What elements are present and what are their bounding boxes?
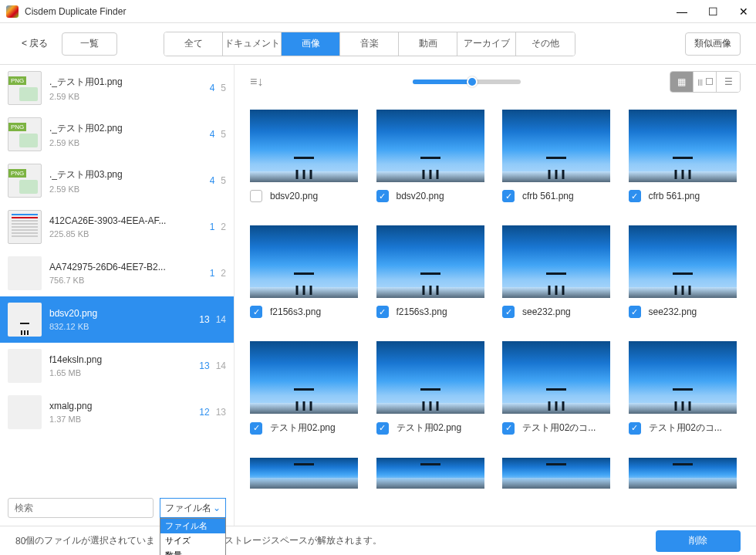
- file-item[interactable]: 412CA26E-3903-4EEA-AF...225.85 KB12: [0, 204, 234, 250]
- view-list-button[interactable]: ☰: [717, 72, 740, 92]
- file-count-selected: 13: [199, 314, 209, 325]
- select-checkbox[interactable]: ✓: [250, 422, 262, 435]
- thumbnail-image[interactable]: [376, 341, 484, 414]
- thumbnail-image[interactable]: [376, 458, 484, 489]
- view-columns-button[interactable]: ⫼☐: [694, 72, 717, 92]
- file-size: 2.59 KB: [49, 184, 202, 194]
- file-item[interactable]: bdsv20.png832.12 KB1314: [0, 296, 234, 343]
- file-size: 225.85 KB: [49, 229, 202, 239]
- tab-5[interactable]: アーカイブ: [457, 32, 516, 56]
- grid-cell: ✓f2156s3.png: [250, 225, 363, 318]
- sort-option[interactable]: ファイル名: [160, 519, 225, 533]
- thumbnail-image[interactable]: [376, 110, 484, 182]
- similar-images-button[interactable]: 類似画像: [685, 32, 741, 56]
- file-count-selected: 12: [199, 407, 209, 418]
- thumbnail-image[interactable]: [502, 458, 610, 489]
- select-checkbox[interactable]: ✓: [250, 306, 262, 318]
- select-checkbox[interactable]: ✓: [376, 422, 389, 435]
- sort-select[interactable]: ファイル名 ⌄: [160, 498, 226, 518]
- file-size: 756.7 KB: [49, 276, 202, 285]
- zoom-slider-handle[interactable]: [467, 76, 478, 87]
- thumbnail-name: テスト用02.png: [270, 421, 336, 435]
- select-checkbox[interactable]: ✓: [629, 190, 641, 202]
- delete-button[interactable]: 削除: [656, 530, 741, 552]
- thumbnail-image[interactable]: [250, 110, 358, 182]
- tab-0[interactable]: 全て: [164, 32, 223, 56]
- overview-button[interactable]: 一覧: [62, 32, 117, 56]
- file-count-total: 14: [216, 314, 226, 325]
- file-info: AA742975-26D6-4EE7-B2...756.7 KB: [49, 262, 202, 285]
- zoom-slider-fill: [413, 80, 472, 84]
- tab-3[interactable]: 音楽: [340, 32, 399, 56]
- select-checkbox[interactable]: ✓: [502, 190, 515, 202]
- thumbnail-image[interactable]: [502, 110, 610, 182]
- statusbar: 80 個のファイルが選択されていま ストレージスペースが解放されます。 削除: [0, 526, 756, 555]
- select-checkbox[interactable]: ✓: [502, 306, 515, 318]
- sort-icon[interactable]: ≡↓: [250, 75, 263, 89]
- zoom-slider[interactable]: [413, 80, 521, 84]
- app-logo-icon: [6, 5, 19, 18]
- tab-2[interactable]: 画像: [282, 32, 340, 56]
- file-thumb-icon: [8, 71, 42, 105]
- back-button[interactable]: < 戻る: [15, 34, 54, 53]
- file-item[interactable]: AA742975-26D6-4EE7-B2...756.7 KB12: [0, 250, 234, 296]
- file-item[interactable]: f14eksln.png1.65 MB1314: [0, 343, 234, 389]
- thumbnail-caption: ✓bdsv20.png: [376, 190, 444, 202]
- select-checkbox[interactable]: ✓: [629, 422, 641, 435]
- thumbnail-image[interactable]: [250, 458, 358, 489]
- file-item[interactable]: ._テスト用01.png2.59 KB45: [0, 65, 234, 111]
- file-item[interactable]: ._テスト用02.png2.59 KB45: [0, 111, 234, 157]
- thumbnail-caption: ✓テスト用02のコ...: [502, 421, 596, 435]
- close-button[interactable]: ✕: [737, 5, 750, 18]
- grid-cell: [376, 458, 489, 489]
- select-checkbox[interactable]: ✓: [376, 190, 389, 202]
- file-info: bdsv20.png832.12 KB: [49, 308, 191, 331]
- chevron-down-icon: ⌄: [213, 503, 221, 513]
- file-thumb-icon: [8, 210, 42, 244]
- file-info: f14eksln.png1.65 MB: [49, 354, 191, 377]
- sort-dropdown: ファイル名サイズ数量タイプ: [160, 518, 226, 555]
- select-checkbox[interactable]: ✓: [376, 306, 389, 318]
- file-name: AA742975-26D6-4EE7-B2...: [49, 262, 202, 272]
- category-tabs: 全てドキュメント画像音楽動画アーカイブその他: [164, 32, 575, 56]
- thumbnail-image[interactable]: [250, 341, 358, 414]
- grid-cell: ✓テスト用02のコ...: [629, 341, 741, 435]
- tab-4[interactable]: 動画: [399, 32, 457, 56]
- file-size: 1.65 MB: [49, 368, 191, 377]
- thumbnail-image[interactable]: [629, 341, 737, 414]
- file-thumb-icon: [8, 303, 42, 337]
- file-size: 2.59 KB: [49, 138, 202, 147]
- thumbnail-image[interactable]: [629, 225, 737, 298]
- file-size: 2.59 KB: [49, 92, 202, 101]
- thumbnail-caption: ✓cfrb 561.png: [629, 190, 700, 202]
- thumbnail-image[interactable]: [629, 458, 737, 489]
- select-checkbox[interactable]: ✓: [502, 422, 515, 435]
- search-input[interactable]: [8, 498, 154, 518]
- thumbnail-image[interactable]: [250, 225, 358, 298]
- thumbnail-caption: ✓see232.png: [629, 306, 697, 318]
- thumbnail-image[interactable]: [629, 110, 737, 182]
- file-count-selected: 4: [210, 175, 215, 186]
- sort-option[interactable]: 数量: [160, 548, 225, 555]
- thumbnail-name: f2156s3.png: [397, 306, 447, 317]
- file-count-selected: 4: [210, 129, 215, 140]
- file-name: f14eksln.png: [49, 354, 191, 365]
- view-grid-button[interactable]: ▦: [670, 72, 694, 92]
- select-checkbox[interactable]: ✓: [629, 306, 641, 318]
- file-info: ._テスト用01.png2.59 KB: [49, 76, 202, 101]
- thumbnail-image[interactable]: [502, 225, 610, 298]
- file-name: ._テスト用03.png: [49, 168, 202, 181]
- grid-cell: ✓see232.png: [502, 225, 615, 318]
- thumbnail-image[interactable]: [376, 225, 484, 298]
- tab-6[interactable]: その他: [516, 32, 575, 56]
- file-item[interactable]: ._テスト用03.png2.59 KB45: [0, 157, 234, 204]
- tab-1[interactable]: ドキュメント: [223, 32, 282, 56]
- thumbnail-caption: ✓see232.png: [502, 306, 571, 318]
- sort-option[interactable]: サイズ: [160, 533, 225, 548]
- maximize-button[interactable]: ☐: [707, 5, 719, 18]
- minimize-button[interactable]: —: [676, 5, 688, 18]
- thumbnail-image[interactable]: [502, 341, 610, 414]
- select-checkbox[interactable]: [250, 190, 262, 202]
- thumbnail-name: bdsv20.png: [270, 191, 318, 201]
- file-item[interactable]: xmalg.png1.37 MB1213: [0, 389, 234, 435]
